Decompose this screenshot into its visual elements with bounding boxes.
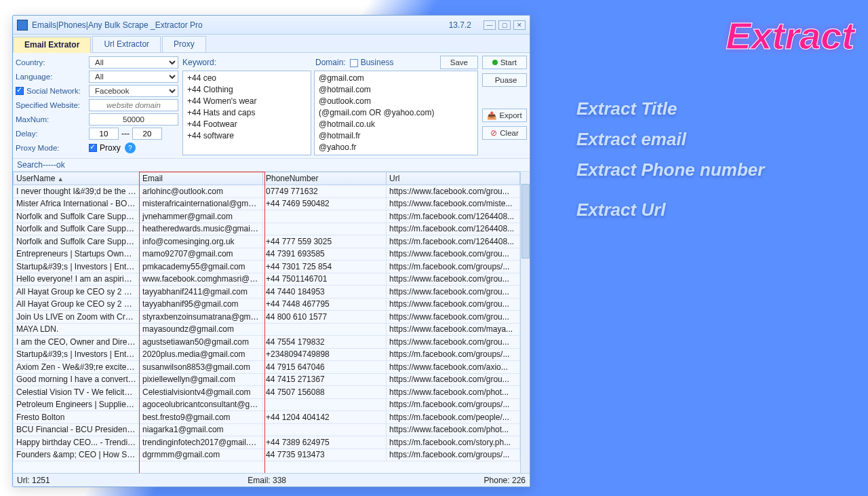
scrollbar-thumb[interactable] xyxy=(521,184,530,259)
promo-line-3: Extract Phone number xyxy=(570,159,854,180)
proxymode-checkbox[interactable] xyxy=(89,144,97,152)
language-select[interactable]: All xyxy=(89,71,178,83)
promo-line-2: Extract email xyxy=(570,129,854,150)
maxnum-label: MaxNum: xyxy=(16,115,89,123)
export-icon: 📤 xyxy=(487,111,496,120)
keyword-item[interactable]: +44 ceo xyxy=(187,73,307,84)
table-row[interactable]: Petroleum Engineers | Supplier ne...agoc… xyxy=(14,398,520,411)
minimize-button[interactable]: — xyxy=(484,20,496,30)
clear-button[interactable]: ⊘Clear xyxy=(482,126,527,140)
results-table: UserName ▲ Email PhoneNumber Url I never… xyxy=(13,172,520,461)
start-button[interactable]: Start xyxy=(482,56,527,69)
promo-line-4: Extract Url xyxy=(570,199,854,221)
app-icon xyxy=(17,20,28,31)
domain-item[interactable]: @hotmail.co.uk xyxy=(319,119,473,130)
clear-icon: ⊘ xyxy=(490,128,497,138)
maxnum-input[interactable] xyxy=(89,113,178,126)
delay-to-input[interactable] xyxy=(132,128,162,140)
search-status: Search-----ok xyxy=(13,159,530,172)
table-row[interactable]: I am the CEO, Owner and Direct F...agust… xyxy=(14,336,520,349)
table-row[interactable]: Happy birthday CEO... - Trending ...tren… xyxy=(14,436,520,449)
domain-item[interactable]: @outlook.com xyxy=(319,96,473,107)
help-icon[interactable]: ? xyxy=(125,142,136,153)
country-select[interactable]: All xyxy=(89,56,178,69)
domain-label: Domain: xyxy=(315,58,346,67)
table-row[interactable]: MAYA LDN.mayasoundz@gmail.comhttps://www… xyxy=(14,323,520,336)
social-checkbox[interactable] xyxy=(16,87,24,95)
keyword-label: Keyword: xyxy=(182,58,216,67)
table-row[interactable]: All Hayat Group ke CEO sy 2 Dire...tayya… xyxy=(14,298,520,311)
delay-from-input[interactable] xyxy=(89,128,119,140)
status-phone: Phone: 226 xyxy=(484,476,526,485)
promo-line-1: Extract Title xyxy=(570,98,854,119)
window-title: Emails|Phones|Any Bulk Scrape _Extractor… xyxy=(32,20,203,30)
domain-item[interactable]: (@gmail.com OR @yahoo.com) xyxy=(319,107,473,119)
table-row[interactable]: Hello everyone! I am an aspiring s...www… xyxy=(14,273,520,286)
col-phone[interactable]: PhoneNumber xyxy=(263,172,387,185)
keyword-item[interactable]: +44 Women's wear xyxy=(187,96,307,107)
country-label: Country: xyxy=(16,58,89,66)
domain-item[interactable]: @hotmail.com xyxy=(319,84,473,96)
app-version: 13.7.2 xyxy=(449,20,471,30)
table-row[interactable]: Join Us LIVE on Zoom with Crown...styrax… xyxy=(14,311,520,324)
settings-form: Country: All Language: All Social Networ… xyxy=(16,56,178,155)
website-input[interactable] xyxy=(89,99,178,111)
close-button[interactable]: ✕ xyxy=(513,20,526,30)
status-bar: Url: 1251 Email: 338 Phone: 226 xyxy=(13,473,530,487)
pause-button[interactable]: Puase xyxy=(482,73,527,87)
col-username[interactable]: UserName ▲ xyxy=(14,172,140,185)
titlebar[interactable]: Emails|Phones|Any Bulk Scrape _Extractor… xyxy=(13,16,530,35)
table-row[interactable]: BCU Financial - BCU President &a...niaga… xyxy=(14,423,520,436)
maximize-button[interactable]: ▢ xyxy=(498,20,511,30)
table-row[interactable]: Celestial Vision TV - We felicitate ...C… xyxy=(14,386,520,399)
tab-email-extractor[interactable]: Email Extrator xyxy=(13,37,91,53)
col-url[interactable]: Url xyxy=(387,172,520,185)
promo-title: Extract xyxy=(570,14,854,58)
status-url: Url: 1251 xyxy=(17,476,50,485)
domain-item[interactable]: @hotmail.fr xyxy=(319,130,473,142)
social-label: Social Network: xyxy=(16,87,89,96)
keyword-domain-panel: Keyword: Domain: Business Save +44 ceo+4… xyxy=(182,56,478,155)
table-row[interactable]: Good morning I have a converted...pixiel… xyxy=(14,373,520,386)
table-row[interactable]: Startup&#39;s | Investors | Entrep...pmk… xyxy=(14,261,520,273)
status-email: Email: 338 xyxy=(248,476,286,485)
website-label: Specified Website: xyxy=(16,101,89,109)
tab-bar: Email Extrator Url Extractor Proxy xyxy=(13,35,530,53)
action-buttons: Start Puase 📤Export ⊘Clear xyxy=(482,56,527,155)
domain-item[interactable]: @yahoo.fr xyxy=(319,142,473,153)
table-row[interactable]: Fresto Boltonbest.fresto9@gmail.com+44 1… xyxy=(14,411,520,424)
table-row[interactable]: I never thought I&#39;d be the p...arloh… xyxy=(14,185,520,198)
vertical-scrollbar[interactable] xyxy=(520,172,530,473)
proxymode-value: Proxy xyxy=(100,143,121,153)
proxymode-label: Proxy Mode: xyxy=(16,144,89,152)
tab-url-extractor[interactable]: Url Extractor xyxy=(92,36,161,52)
app-window: Emails|Phones|Any Bulk Scrape _Extractor… xyxy=(12,15,530,487)
table-row[interactable]: Founders &amp; CEO | How Start...dgrmmm@… xyxy=(14,449,520,461)
tab-proxy[interactable]: Proxy xyxy=(162,36,206,52)
table-row[interactable]: Startup&#39;s | Investors | Entrep...202… xyxy=(14,348,520,361)
keyword-item[interactable]: +44 Footwear xyxy=(187,119,307,130)
keyword-listbox[interactable]: +44 ceo+44 Clothing+44 Women's wear+44 H… xyxy=(182,71,311,155)
table-row[interactable]: Norfolk and Suffolk Care Support...heath… xyxy=(14,223,520,235)
delay-label: Delay: xyxy=(16,130,89,138)
table-row[interactable]: All Hayat Group ke CEO sy 2 Dire...tayya… xyxy=(14,286,520,299)
table-row[interactable]: Axiom Zen - We&#39;re excited t...susanw… xyxy=(14,361,520,374)
language-label: Language: xyxy=(16,73,89,81)
save-button[interactable]: Save xyxy=(440,56,478,69)
keyword-item[interactable]: +44 software xyxy=(187,130,307,142)
table-row[interactable]: Entrepreneurs | Startups Owners | ...mam… xyxy=(14,248,520,261)
table-row[interactable]: Mister Africa International - BOTS...mis… xyxy=(14,197,520,210)
delay-separator: --- xyxy=(121,129,130,138)
business-checkbox[interactable] xyxy=(350,59,358,67)
col-email[interactable]: Email xyxy=(140,172,263,185)
export-button[interactable]: 📤Export xyxy=(482,109,527,122)
business-label: Business xyxy=(361,58,394,67)
keyword-item[interactable]: +44 Clothing xyxy=(187,84,307,96)
domain-item[interactable]: @gmail.com xyxy=(319,73,473,84)
keyword-item[interactable]: +44 Hats and caps xyxy=(187,107,307,119)
table-row[interactable]: Norfolk and Suffolk Care Support...jvneh… xyxy=(14,210,520,223)
social-select[interactable]: Facebook xyxy=(89,85,178,97)
domain-listbox[interactable]: @gmail.com@hotmail.com@outlook.com(@gmai… xyxy=(314,71,478,155)
promo-panel: Extract Extract Title Extract email Extr… xyxy=(570,14,854,230)
table-row[interactable]: Norfolk and Suffolk Care Support...info@… xyxy=(14,235,520,248)
